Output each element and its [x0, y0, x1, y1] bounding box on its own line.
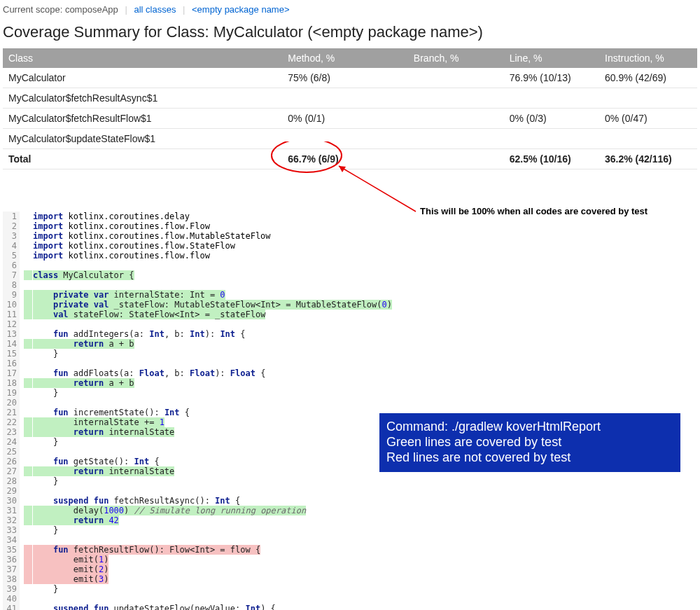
- cell-class_: MyCalculator$fetchResultAsync$1: [3, 88, 282, 109]
- cell-instr: 60.9% (42/69): [599, 68, 697, 88]
- col-class[interactable]: Class: [3, 48, 282, 68]
- coverage-gutter: [24, 398, 32, 408]
- coverage-gutter: [24, 270, 32, 280]
- code-content: }: [33, 349, 58, 359]
- code-line: 13 fun addIntegers(a: Int, b: Int): Int …: [3, 329, 246, 339]
- coverage-table: Class Method, % Branch, % Line, % Instru…: [3, 48, 697, 169]
- cell-branch: [408, 88, 504, 109]
- line-number: 15: [3, 349, 20, 359]
- line-number: 10: [3, 300, 20, 310]
- code-line: 36 emit(1): [3, 555, 108, 564]
- cell-line: 0% (0/3): [504, 109, 599, 129]
- line-number: 29: [3, 486, 20, 496]
- breadcrumb: Current scope: composeApp | all classes …: [3, 3, 697, 20]
- code-content: import kotlinx.coroutines.flow.flow: [33, 251, 210, 261]
- code-line: 26 fun getState(): Int {: [3, 457, 160, 466]
- cell-line: [504, 129, 599, 149]
- line-number: 27: [3, 466, 20, 476]
- legend-command: Command: ./gradlew koverHtmlReport: [386, 419, 672, 434]
- line-number: 40: [3, 594, 20, 604]
- line-number: 41: [3, 604, 20, 610]
- cell-method: 0% (0/1): [282, 109, 408, 129]
- code-line: 30 suspend fun fetchResultAsync(): Int {: [3, 496, 240, 506]
- coverage-gutter: [24, 437, 32, 447]
- coverage-gutter: [24, 349, 32, 359]
- code-line: 11 val stateFlow: StateFlow<Int> = _stat…: [3, 310, 265, 319]
- code-line: 21 fun incrementState(): Int {: [3, 408, 190, 417]
- cell-method: 66.7% (6/9): [282, 149, 408, 169]
- line-number: 23: [3, 427, 20, 437]
- code-line: 41 suspend fun updateStateFlow(newValue:…: [3, 604, 276, 610]
- code-content: emit(1): [33, 555, 108, 564]
- coverage-gutter: [24, 506, 32, 515]
- code-content: return internalState: [33, 466, 174, 476]
- scope-label: Current scope:: [3, 4, 62, 15]
- cell-class_: MyCalculator$fetchResultFlow$1: [3, 109, 282, 129]
- coverage-gutter: [24, 466, 32, 476]
- col-instruction[interactable]: Instruction, %: [599, 48, 697, 68]
- line-number: 14: [3, 339, 20, 349]
- line-number: 35: [3, 545, 20, 555]
- coverage-gutter: [24, 515, 32, 525]
- code-line: 15 }: [3, 349, 58, 359]
- code-line: 25: [3, 447, 33, 457]
- line-number: 33: [3, 525, 20, 535]
- cell-line: 62.5% (10/16): [504, 149, 599, 169]
- link-all-classes[interactable]: all classes: [134, 4, 176, 15]
- col-method[interactable]: Method, %: [282, 48, 408, 68]
- line-number: 18: [3, 378, 20, 388]
- coverage-gutter: [24, 368, 32, 378]
- coverage-gutter: [24, 604, 32, 610]
- line-number: 38: [3, 574, 20, 584]
- code-content: import kotlinx.coroutines.flow.MutableSt…: [33, 231, 271, 241]
- line-number: 34: [3, 535, 20, 545]
- table-row: MyCalculator75% (6/8)76.9% (10/13)60.9% …: [3, 68, 697, 88]
- coverage-gutter: [24, 300, 32, 310]
- line-number: 1: [3, 212, 20, 221]
- code-content: import kotlinx.coroutines.flow.Flow: [33, 221, 210, 231]
- line-number: 19: [3, 388, 20, 398]
- code-line: 7class MyCalculator {: [3, 270, 134, 280]
- line-number: 2: [3, 221, 20, 231]
- line-number: 25: [3, 447, 20, 457]
- code-content: delay(1000) // Simulate long running ope…: [33, 506, 306, 515]
- coverage-gutter: [24, 310, 32, 319]
- code-line: 10 private val _stateFlow: MutableStateF…: [3, 300, 392, 310]
- coverage-gutter: [24, 417, 32, 427]
- line-number: 5: [3, 251, 20, 261]
- coverage-gutter: [24, 525, 32, 535]
- coverage-gutter: [24, 486, 32, 496]
- code-line: 23 return internalState: [3, 427, 174, 437]
- cell-branch: [408, 68, 504, 88]
- coverage-gutter: [24, 339, 32, 349]
- line-number: 7: [3, 270, 20, 280]
- code-content: fun incrementState(): Int {: [33, 408, 190, 417]
- code-content: }: [33, 437, 58, 447]
- coverage-gutter: [24, 378, 32, 388]
- code-line: 37 emit(2): [3, 564, 108, 574]
- code-line: 4import kotlinx.coroutines.flow.StateFlo…: [3, 241, 235, 251]
- link-empty-package[interactable]: <empty package name>: [192, 4, 289, 15]
- line-number: 17: [3, 368, 20, 378]
- col-line[interactable]: Line, %: [504, 48, 599, 68]
- line-number: 30: [3, 496, 20, 506]
- coverage-gutter: [24, 280, 32, 290]
- separator: |: [183, 4, 185, 15]
- col-branch[interactable]: Branch, %: [408, 48, 504, 68]
- code-content: return 42: [33, 515, 119, 525]
- coverage-gutter: [24, 359, 32, 368]
- coverage-gutter: [24, 496, 32, 506]
- coverage-gutter: [24, 319, 32, 329]
- code-line: 14 return a + b: [3, 339, 134, 349]
- code-line: 6: [3, 261, 33, 270]
- table-row: MyCalculator$fetchResultFlow$10% (0/1)0%…: [3, 109, 697, 129]
- code-line: 33 }: [3, 525, 58, 535]
- line-number: 4: [3, 241, 20, 251]
- line-number: 39: [3, 584, 20, 594]
- code-content: import kotlinx.coroutines.delay: [33, 212, 190, 221]
- line-number: 28: [3, 476, 20, 486]
- coverage-gutter: [24, 290, 32, 300]
- code-content: internalState += 1: [33, 417, 164, 427]
- coverage-gutter: [24, 329, 32, 339]
- code-line: 28 }: [3, 476, 58, 486]
